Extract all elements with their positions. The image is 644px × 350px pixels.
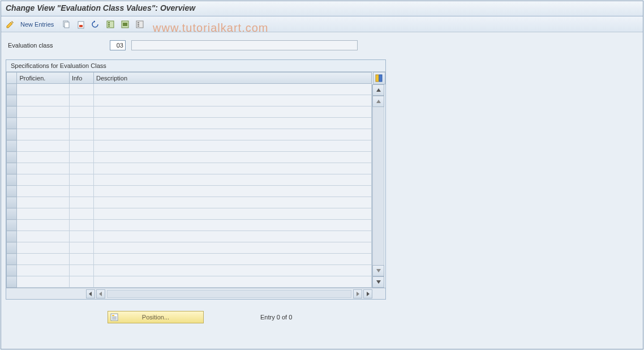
cell-proficien[interactable] (17, 186, 69, 197)
scroll-right-last-icon[interactable] (363, 289, 372, 298)
cell-proficien[interactable] (17, 129, 69, 140)
cell-description[interactable] (94, 197, 372, 208)
cell-description[interactable] (94, 186, 372, 197)
cell-info[interactable] (69, 174, 93, 186)
row-selector[interactable] (7, 174, 17, 186)
cell-description[interactable] (94, 118, 372, 129)
cell-info[interactable] (69, 129, 93, 140)
cell-proficien[interactable] (17, 254, 69, 265)
cell-proficien[interactable] (17, 231, 69, 242)
row-selector-header[interactable] (7, 72, 17, 84)
row-selector[interactable] (7, 254, 17, 265)
cell-description[interactable] (94, 220, 372, 231)
change-icon[interactable] (5, 19, 16, 30)
cell-description[interactable] (94, 276, 372, 288)
cell-description[interactable] (94, 152, 372, 163)
scroll-up-icon[interactable] (372, 84, 384, 96)
delete-icon[interactable] (75, 19, 87, 30)
scroll-left-icon[interactable] (96, 289, 105, 298)
row-selector[interactable] (7, 129, 17, 140)
row-selector[interactable] (7, 276, 17, 288)
cell-description[interactable] (94, 208, 372, 220)
evaluation-class-desc-input[interactable] (131, 40, 358, 50)
page-up-icon[interactable] (372, 96, 384, 107)
cell-description[interactable] (94, 242, 372, 254)
col-header-proficien[interactable]: Proficien. (17, 72, 69, 84)
cell-proficien[interactable] (17, 197, 69, 208)
row-selector[interactable] (7, 242, 17, 254)
row-selector[interactable] (7, 220, 17, 231)
row-selector[interactable] (7, 95, 17, 106)
cell-info[interactable] (69, 140, 93, 152)
cell-info[interactable] (69, 197, 93, 208)
cell-description[interactable] (94, 106, 372, 118)
cell-info[interactable] (69, 265, 93, 276)
cell-proficien[interactable] (17, 106, 69, 118)
cell-description[interactable] (94, 265, 372, 276)
cell-proficien[interactable] (17, 152, 69, 163)
cell-description[interactable] (94, 254, 372, 265)
undo-icon[interactable] (90, 19, 101, 30)
cell-info[interactable] (69, 186, 93, 197)
cell-proficien[interactable] (17, 174, 69, 186)
row-selector[interactable] (7, 197, 17, 208)
hscroll-track[interactable] (107, 290, 351, 298)
cell-description[interactable] (94, 163, 372, 174)
cell-info[interactable] (69, 254, 93, 265)
col-header-description[interactable]: Description (94, 72, 372, 84)
cell-info[interactable] (69, 118, 93, 129)
cell-info[interactable] (69, 220, 93, 231)
scroll-right-icon[interactable] (353, 289, 362, 298)
cell-proficien[interactable] (17, 265, 69, 276)
cell-info[interactable] (69, 106, 93, 118)
cell-description[interactable] (94, 140, 372, 152)
row-selector[interactable] (7, 186, 17, 197)
cell-description[interactable] (94, 84, 372, 95)
row-selector[interactable] (7, 118, 17, 129)
toolbar: New Entries (1, 16, 643, 32)
row-selector[interactable] (7, 152, 17, 163)
new-entries-button[interactable]: New Entries (19, 21, 57, 28)
copy-icon[interactable] (61, 19, 72, 30)
row-selector[interactable] (7, 265, 17, 276)
cell-proficien[interactable] (17, 95, 69, 106)
cell-info[interactable] (69, 231, 93, 242)
row-selector[interactable] (7, 140, 17, 152)
cell-proficien[interactable] (17, 208, 69, 220)
page-down-icon[interactable] (372, 265, 384, 276)
vscroll-track[interactable] (372, 107, 384, 265)
table-config-icon[interactable] (373, 72, 385, 84)
cell-proficien[interactable] (17, 118, 69, 129)
scroll-left-first-icon[interactable] (86, 289, 95, 298)
row-selector[interactable] (7, 84, 17, 95)
row-selector[interactable] (7, 208, 17, 220)
row-selector[interactable] (7, 106, 17, 118)
cell-info[interactable] (69, 163, 93, 174)
cell-proficien[interactable] (17, 220, 69, 231)
cell-proficien[interactable] (17, 276, 69, 288)
cell-info[interactable] (69, 208, 93, 220)
scroll-down-icon[interactable] (372, 276, 384, 288)
entry-counter: Entry 0 of 0 (260, 314, 292, 321)
cell-description[interactable] (94, 129, 372, 140)
cell-description[interactable] (94, 174, 372, 186)
col-header-info[interactable]: Info (69, 72, 93, 84)
cell-description[interactable] (94, 95, 372, 106)
cell-info[interactable] (69, 152, 93, 163)
cell-description[interactable] (94, 231, 372, 242)
cell-info[interactable] (69, 84, 93, 95)
row-selector[interactable] (7, 231, 17, 242)
deselect-all-icon[interactable] (134, 19, 145, 30)
cell-proficien[interactable] (17, 163, 69, 174)
position-button[interactable]: Position... (108, 311, 204, 323)
cell-info[interactable] (69, 276, 93, 288)
select-all-icon[interactable] (105, 19, 116, 30)
cell-info[interactable] (69, 242, 93, 254)
cell-proficien[interactable] (17, 242, 69, 254)
cell-info[interactable] (69, 95, 93, 106)
select-block-icon[interactable] (119, 19, 131, 30)
evaluation-class-input[interactable] (110, 40, 126, 50)
row-selector[interactable] (7, 163, 17, 174)
cell-proficien[interactable] (17, 84, 69, 95)
cell-proficien[interactable] (17, 140, 69, 152)
